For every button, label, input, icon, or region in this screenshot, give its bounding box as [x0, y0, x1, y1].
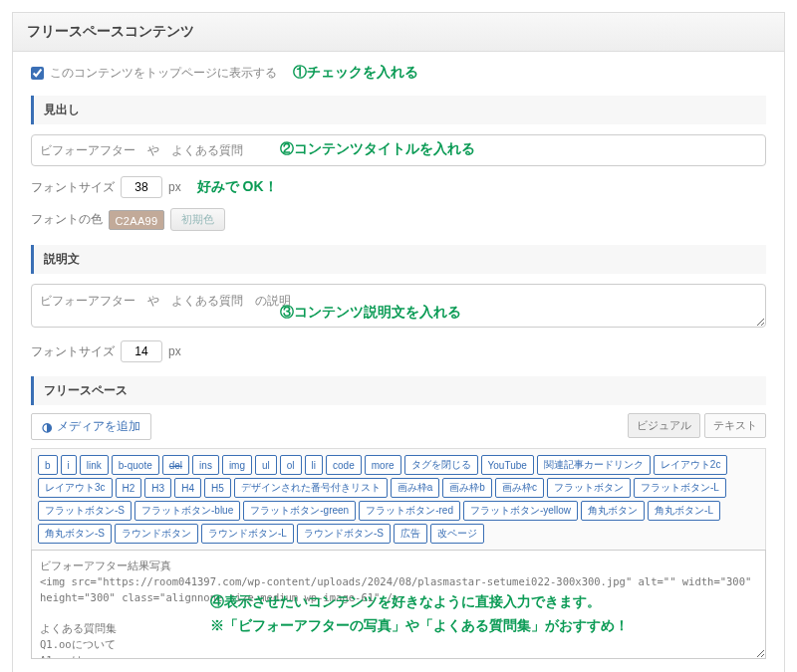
heading-color-label: フォントの色	[31, 211, 103, 228]
desc-section-title: 説明文	[31, 245, 766, 274]
desc-section: 説明文 ③コンテンツ説明文を入れる フォントサイズ px	[31, 245, 766, 362]
editor-btn-0[interactable]: b	[38, 455, 58, 475]
editor-btn-16[interactable]: レイアウト3c	[38, 478, 113, 498]
editor-btn-26[interactable]: フラットボタン-L	[634, 478, 726, 498]
editor-btn-8[interactable]: ol	[280, 455, 302, 475]
show-on-top-label: このコンテンツをトップページに表示する	[50, 65, 277, 82]
tab-text[interactable]: テキスト	[704, 413, 766, 438]
editor-textarea[interactable]	[31, 550, 766, 659]
annotation-1: ①チェックを入れる	[293, 64, 418, 82]
heading-px: px	[168, 180, 181, 194]
editor-btn-5[interactable]: ins	[192, 455, 219, 475]
editor-btn-19[interactable]: H4	[174, 478, 201, 498]
editor-btn-31[interactable]: フラットボタン-yellow	[463, 501, 578, 521]
editor-btn-30[interactable]: フラットボタン-red	[359, 501, 460, 521]
annotation-fontsize: 好みで OK！	[197, 178, 278, 196]
editor-btn-33[interactable]: 角丸ボタン-L	[648, 501, 720, 521]
editor-tabs: ビジュアル テキスト	[628, 413, 766, 438]
tab-visual[interactable]: ビジュアル	[628, 413, 700, 438]
editor-btn-32[interactable]: 角丸ボタン	[581, 501, 645, 521]
editor-btn-10[interactable]: code	[326, 455, 362, 475]
editor-btn-24[interactable]: 画み枠c	[495, 478, 544, 498]
editor-btn-7[interactable]: ul	[255, 455, 277, 475]
editor-btn-9[interactable]: li	[305, 455, 323, 475]
color-swatch[interactable]: C2AA99	[109, 210, 164, 230]
editor-toolbar: bilinkb-quotedelinsimgulollicodemoreタグを閉…	[31, 448, 766, 550]
settings-panel: フリースペースコンテンツ このコンテンツをトップページに表示する ①チェックを入…	[12, 12, 785, 672]
heading-color-row: フォントの色 C2AA99 初期色	[31, 208, 766, 231]
media-icon: ◑	[42, 420, 52, 434]
heading-fontsize-row: フォントサイズ px 好みで OK！	[31, 176, 766, 198]
add-media-label: メディアを追加	[57, 418, 140, 435]
editor-btn-2[interactable]: link	[80, 455, 109, 475]
editor-btn-22[interactable]: 画み枠a	[391, 478, 440, 498]
editor-btn-23[interactable]: 画み枠b	[442, 478, 492, 498]
show-on-top-row: このコンテンツをトップページに表示する ①チェックを入れる	[31, 64, 766, 82]
panel-body: このコンテンツをトップページに表示する ①チェックを入れる 見出し ②コンテンツ…	[13, 52, 784, 672]
editor-btn-25[interactable]: フラットボタン	[547, 478, 631, 498]
editor-btn-12[interactable]: タグを閉じる	[404, 455, 478, 475]
editor-btn-11[interactable]: more	[365, 455, 401, 475]
add-media-button[interactable]: ◑ メディアを追加	[31, 413, 151, 440]
heading-section-title: 見出し	[31, 96, 766, 124]
editor-btn-28[interactable]: フラットボタン-blue	[134, 501, 240, 521]
editor-btn-18[interactable]: H3	[144, 478, 171, 498]
editor-btn-15[interactable]: レイアウト2c	[654, 455, 728, 475]
color-reset-button[interactable]: 初期色	[170, 208, 225, 231]
editor-btn-14[interactable]: 関連記事カードリンク	[537, 455, 651, 475]
heading-section: 見出し ②コンテンツタイトルを入れる フォントサイズ px 好みで OK！ フォ…	[31, 96, 766, 231]
editor-btn-38[interactable]: 広告	[394, 524, 427, 544]
desc-px: px	[168, 344, 181, 358]
editor-btn-29[interactable]: フラットボタン-green	[243, 501, 356, 521]
editor-btn-13[interactable]: YouTube	[481, 455, 534, 475]
annotation-2: ②コンテンツタイトルを入れる	[280, 140, 475, 158]
desc-fontsize-label: フォントサイズ	[31, 343, 115, 360]
editor-btn-27[interactable]: フラットボタン-S	[38, 501, 132, 521]
editor-btn-6[interactable]: img	[222, 455, 252, 475]
show-on-top-checkbox[interactable]	[31, 67, 44, 80]
annotation-3: ③コンテンツ説明文を入れる	[280, 304, 461, 322]
desc-fontsize-input[interactable]	[121, 340, 162, 362]
desc-fontsize-row: フォントサイズ px	[31, 340, 766, 362]
editor-btn-1[interactable]: i	[61, 455, 77, 475]
heading-fontsize-label: フォントサイズ	[31, 179, 115, 196]
panel-title: フリースペースコンテンツ	[13, 13, 784, 52]
editor-btn-36[interactable]: ラウンドボタン-L	[201, 524, 294, 544]
editor-btn-4[interactable]: del	[162, 455, 189, 475]
editor-btn-21[interactable]: デザインされた番号付きリスト	[234, 478, 388, 498]
editor-btn-3[interactable]: b-quote	[112, 455, 159, 475]
editor-btn-37[interactable]: ラウンドボタン-S	[297, 524, 391, 544]
editor-btn-35[interactable]: ラウンドボタン	[115, 524, 198, 544]
editor-btn-17[interactable]: H2	[116, 478, 142, 498]
heading-fontsize-input[interactable]	[121, 176, 162, 198]
editor-btn-39[interactable]: 改ページ	[430, 524, 484, 544]
freespace-section: フリースペース ◑ メディアを追加 ビジュアル テキスト bilinkb-quo…	[31, 376, 766, 662]
freespace-section-title: フリースペース	[31, 376, 766, 405]
editor-btn-20[interactable]: H5	[204, 478, 231, 498]
editor-btn-34[interactable]: 角丸ボタン-S	[38, 524, 112, 544]
